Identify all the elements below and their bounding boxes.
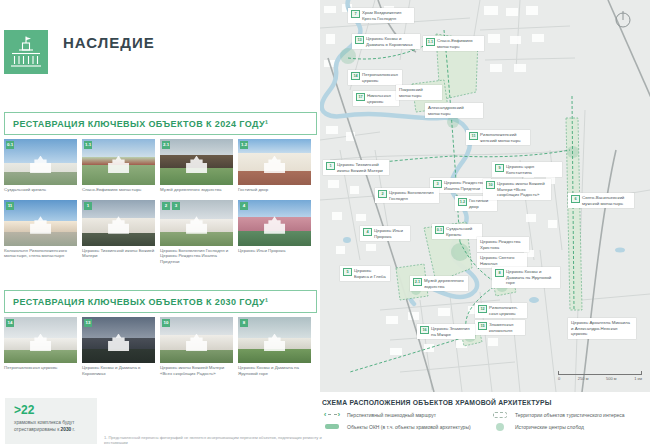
- photo-tags: 23: [162, 202, 180, 210]
- photo-number-tag: 2: [162, 202, 170, 210]
- photo-caption: Церковь иконы Божией Матери «Всех скорбя…: [160, 365, 233, 376]
- map-label-text: Ризоположен­ская церковь: [489, 305, 524, 316]
- photo-number-tag: 1.1: [84, 141, 92, 149]
- legend-label: Исторические центры слобод: [515, 424, 584, 430]
- map-number-tag: 2: [378, 190, 387, 198]
- photo-tags: 4: [240, 202, 248, 210]
- photo-number-tag: 11: [6, 202, 14, 210]
- photo-number-tag: 1.2: [240, 141, 248, 149]
- legend-title: СХЕМА РАСПОЛОЖЕНИЯ ОБЪЕКТОВ ХРАМОВОЙ АРХ…: [322, 399, 648, 406]
- church-photo: 4: [238, 200, 311, 246]
- photo-tags: 11: [6, 202, 14, 210]
- map-label-text: Церковь Рождества Иоанна Предтечи: [444, 180, 488, 191]
- map-label-text: Церковь Тихвинской иконы Божией Матери: [337, 162, 386, 173]
- map-label: 1Церковь Тихвинской иконы Божией Матери: [323, 160, 389, 175]
- map-label-text: Суздальский Кремль: [446, 226, 479, 237]
- map-number-tag: 12: [478, 305, 487, 313]
- map-label: 15Знаменская колокольня: [475, 320, 525, 335]
- map-label: 17Никольская церковь: [353, 91, 399, 106]
- photo-card: 11Колокольня Ризоположенского монастыря,…: [4, 200, 77, 265]
- section-title-2030: РЕСТАВРАЦИЯ КЛЮЧЕВЫХ ОБЪЕКТОВ К 2030 ГОД…: [4, 290, 317, 313]
- photo-caption: Церковь Космы и Дамиана в Коровниках: [82, 365, 155, 376]
- route-chevron: ›: [338, 410, 341, 420]
- stat-desc-post: г.: [71, 427, 75, 432]
- route-dash: [328, 414, 337, 415]
- photo-tags: 1.1: [84, 141, 92, 149]
- map-label: 5Церковь Бориса и Глеба: [340, 266, 390, 281]
- route-chevron: ‹: [324, 410, 327, 420]
- stat-description: храмовых комплекса будут отреставрирован…: [14, 420, 88, 433]
- photo-caption: Колокольня Ризоположенского монастыря, с…: [4, 248, 77, 259]
- map-number-tag: 1.1: [426, 38, 435, 46]
- photo-number-tag: 13: [84, 319, 92, 327]
- church-photo: 0.1: [4, 139, 77, 185]
- heritage-slide: НАСЛЕДИЕ РЕСТАВРАЦИЯ КЛЮЧЕВЫХ ОБЪЕКТОВ К…: [0, 0, 650, 444]
- photo-number-tag: 4: [240, 202, 248, 210]
- map-number-tag: 9: [495, 164, 504, 172]
- map-label: 2.1Музей деревянного зодчества: [410, 276, 468, 291]
- photo-card: 0.1Суздальский кремль: [4, 139, 77, 193]
- church-photo: 11: [4, 200, 77, 246]
- photo-number-tag: 3: [172, 202, 180, 210]
- map-number-tag: 1: [326, 162, 335, 170]
- photo-caption: Церковь Космы и Дамиана на Яруновой горе: [238, 365, 311, 376]
- photo-card: 10Церковь иконы Божией Матери «Всех скор…: [160, 317, 233, 376]
- map-label-text: Музей деревянного зодчества: [424, 278, 465, 289]
- map-label: 11Ризоположенский женский монастырь: [466, 130, 530, 145]
- photo-caption: Музей деревянного зодчества: [160, 187, 233, 193]
- legend-item: Исторические центры слобод: [490, 423, 648, 431]
- photo-card: 4Церковь Ильи Пророка: [238, 200, 311, 265]
- photo-card: 23Церковь Богоявления Господня и Церковь…: [160, 200, 233, 265]
- map-number-tag: 5: [343, 268, 352, 276]
- map-label: 4Церковь Ильи Пророка: [360, 226, 410, 241]
- map-label: 9Церковь царя Константина: [492, 162, 562, 177]
- map-label-text: Никольская церковь: [367, 93, 396, 104]
- stats-box: >22 храмовых комплекса будут отреставрир…: [5, 398, 97, 444]
- map-number-tag: 8: [495, 269, 504, 277]
- church-photo: 8: [238, 317, 311, 363]
- map-label-text: Знаменская колокольня: [489, 322, 522, 333]
- map-number-tag: 7: [351, 10, 360, 18]
- photo-number-tag: 2.1: [162, 141, 170, 149]
- photo-number-tag: 8: [240, 319, 248, 327]
- map-label: Покровский монастырь: [396, 85, 442, 100]
- map-label-text: Александровский монастырь: [428, 105, 480, 116]
- photo-tags: 10: [162, 319, 170, 327]
- map-label: 1.1Спасо-Евфимиев монастырь: [423, 36, 484, 51]
- legend-label: Объекты ОКН (в т.ч. объекты храмовой арх…: [347, 424, 471, 430]
- map-number-tag: 10: [486, 181, 495, 189]
- map-label-text: Церковь Рождества Христова: [480, 239, 526, 250]
- photo-tags: 1.2: [240, 141, 248, 149]
- map-label: 16Церковь Знамения на Мжаре: [417, 324, 475, 339]
- map-label: 13Церковь Космы и Дамиана в Коровниках: [352, 34, 420, 49]
- photo-card: 1Церковь Тихвинской иконы Божией Матери: [82, 200, 155, 265]
- church-photo: 1.2: [238, 139, 311, 185]
- map-label-text: Свято-Васильевский мужской монастырь: [582, 195, 631, 206]
- map-label-text: Покровский монастырь: [399, 87, 439, 98]
- page-title: НАСЛЕДИЕ: [63, 34, 155, 51]
- photo-number-tag: 14: [6, 319, 14, 327]
- stat-value: >22: [14, 404, 88, 416]
- church-photo: 13: [82, 317, 155, 363]
- map-number-tag: 16: [420, 326, 429, 334]
- legend-items: ‹›Перспективный пешеходный маршрутОбъект…: [322, 410, 648, 431]
- map-number-tag: 1.2: [458, 198, 467, 206]
- map-number-tag: 17: [356, 93, 365, 101]
- map-label-text: Церковь Бориса и Глеба: [354, 268, 387, 279]
- photo-card: 1.2Гостиный двор: [238, 139, 311, 193]
- photo-tags: 8: [240, 319, 248, 327]
- church-photo: 10: [160, 317, 233, 363]
- photo-card: 8Церковь Космы и Дамиана на Яруновой гор…: [238, 317, 311, 376]
- photo-tags: 14: [6, 319, 14, 327]
- map-label: 14Петропавлов­ская церковь: [348, 70, 402, 85]
- scale-label: 250 м: [578, 376, 589, 381]
- photo-tags: 2.1: [162, 141, 170, 149]
- map-label: 2Церковь Богоявления Господня: [375, 188, 439, 203]
- map-label-text: Церковь Знамения на Мжаре: [431, 326, 472, 337]
- photo-caption: Суздальский кремль: [4, 187, 77, 193]
- photo-caption: Петропавловская церковь: [4, 365, 77, 371]
- photo-number-tag: 1: [84, 202, 92, 210]
- map-label: Церковь Архангела Михаила и Александро-Н…: [568, 318, 636, 339]
- map-label: 3Церковь Рождества Иоанна Предтечи: [430, 178, 491, 193]
- map-legend: СХЕМА РАСПОЛОЖЕНИЯ ОБЪЕКТОВ ХРАМОВОЙ АРХ…: [322, 399, 648, 431]
